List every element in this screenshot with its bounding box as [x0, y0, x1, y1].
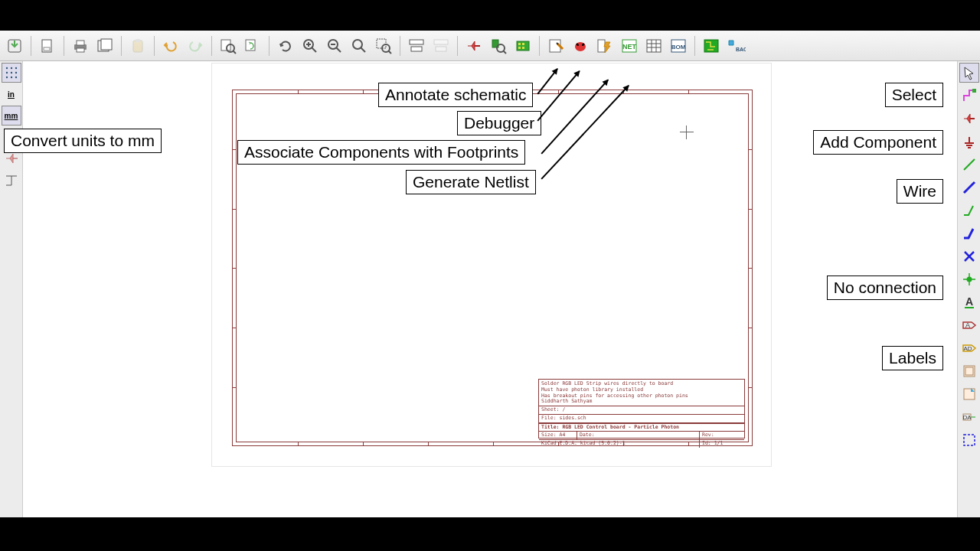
- svg-line-15: [312, 47, 316, 52]
- bom-icon[interactable]: BOM: [667, 34, 690, 57]
- refresh-icon[interactable]: [274, 34, 297, 57]
- svg-text:A: A: [965, 321, 969, 329]
- callout-annotate: Annotate schematic: [378, 83, 533, 107]
- callout-labels: Labels: [882, 346, 943, 370]
- cursor-crosshair: [680, 126, 694, 139]
- svg-point-58: [10, 67, 11, 69]
- symbol-editor-icon[interactable]: [462, 34, 485, 57]
- svg-point-63: [5, 77, 7, 78]
- print-icon[interactable]: [69, 34, 92, 57]
- dashed-line-icon[interactable]: [959, 430, 979, 450]
- callout-netlist: Generate Netlist: [406, 170, 536, 194]
- erc-icon[interactable]: [569, 34, 592, 57]
- zoom-out-icon[interactable]: [323, 34, 346, 57]
- svg-text:DA: DA: [962, 414, 972, 421]
- callout-no-connection: No connection: [827, 276, 943, 300]
- svg-rect-45: [598, 40, 605, 52]
- bus-to-bus-icon[interactable]: [959, 223, 979, 243]
- tb-sheet: Sheet: /: [541, 407, 565, 413]
- import-hier-icon[interactable]: [959, 384, 979, 404]
- annotate-icon[interactable]: [544, 34, 567, 57]
- pcb-icon[interactable]: [700, 34, 723, 57]
- footprint-editor-icon[interactable]: [511, 34, 534, 57]
- svg-text:BOM: BOM: [671, 44, 686, 51]
- hier-sheet-icon[interactable]: [959, 361, 979, 381]
- junction-icon[interactable]: [959, 269, 979, 289]
- symbol-fields-icon[interactable]: [642, 34, 665, 57]
- tb-kicad: KiCad E.D.A. kicad (5.0.2)-1: [539, 440, 700, 448]
- netlist-icon[interactable]: NET: [618, 34, 641, 57]
- back-import-icon[interactable]: BACK: [724, 34, 747, 57]
- svg-line-78: [964, 159, 975, 170]
- replace-icon[interactable]: [241, 34, 264, 57]
- units-inch-button[interactable]: in: [2, 84, 21, 104]
- assign-footprints-icon[interactable]: [593, 34, 616, 57]
- callout-wire: Wire: [897, 179, 943, 204]
- svg-rect-7: [101, 39, 112, 50]
- select-tool-icon[interactable]: [959, 63, 979, 83]
- plot-icon[interactable]: [93, 34, 116, 57]
- highlight-net-icon[interactable]: [959, 86, 979, 106]
- svg-point-62: [15, 72, 16, 73]
- tb-date: Date:: [577, 432, 700, 439]
- svg-line-79: [964, 182, 975, 193]
- undo-icon[interactable]: [159, 34, 182, 57]
- tb-note4: Siddharth Sathyam: [541, 399, 742, 405]
- callout-select: Select: [885, 83, 943, 107]
- zoom-selection-icon[interactable]: [372, 34, 395, 57]
- zoom-fit-icon[interactable]: [348, 34, 371, 57]
- svg-rect-72: [972, 89, 976, 93]
- svg-point-84: [966, 277, 972, 282]
- global-label-icon[interactable]: A: [959, 315, 979, 335]
- hier-label-icon[interactable]: AD: [959, 338, 979, 358]
- paste-icon[interactable]: [126, 34, 149, 57]
- save-icon[interactable]: [3, 34, 26, 57]
- add-component-icon[interactable]: [959, 109, 979, 129]
- svg-rect-5: [77, 48, 84, 52]
- svg-rect-37: [518, 47, 521, 49]
- page-settings-icon[interactable]: [36, 34, 59, 57]
- svg-point-59: [15, 67, 16, 69]
- redo-icon[interactable]: [184, 34, 207, 57]
- hier-pin-icon[interactable]: DA: [959, 407, 979, 427]
- svg-text:A: A: [965, 295, 972, 308]
- svg-line-12: [233, 51, 236, 54]
- svg-rect-48: [647, 40, 661, 52]
- hierarchy-icon[interactable]: [405, 34, 428, 57]
- find-icon[interactable]: [217, 34, 240, 57]
- svg-rect-35: [518, 43, 521, 45]
- add-power-icon[interactable]: [959, 132, 979, 152]
- svg-rect-23: [377, 39, 386, 48]
- tb-file: File: sides.sch: [541, 416, 586, 422]
- svg-rect-34: [517, 41, 529, 51]
- svg-rect-29: [436, 47, 446, 51]
- svg-rect-38: [522, 47, 524, 49]
- svg-text:BACK: BACK: [736, 47, 746, 52]
- grid-toggle-icon[interactable]: [2, 63, 21, 83]
- no-connect-icon[interactable]: [959, 246, 979, 266]
- units-mm-button[interactable]: mm: [2, 106, 21, 126]
- svg-point-64: [10, 77, 11, 78]
- callout-add-component: Add Component: [813, 130, 943, 155]
- tb-size: Size: A4: [539, 432, 577, 439]
- svg-point-60: [5, 72, 7, 73]
- browse-libs-icon[interactable]: [487, 34, 510, 57]
- wire-to-bus-icon[interactable]: [959, 201, 979, 220]
- title-block: Solder RGB LED Strip wires directly to b…: [538, 379, 745, 439]
- svg-rect-36: [522, 43, 524, 45]
- svg-rect-9: [136, 39, 140, 42]
- bus-tool-icon[interactable]: [959, 178, 979, 197]
- callout-convert-mm: Convert units to mm: [4, 129, 162, 153]
- svg-point-65: [15, 77, 16, 78]
- zoom-in-icon[interactable]: [299, 34, 322, 57]
- wire-tool-icon[interactable]: [959, 155, 979, 174]
- tb-title: Title: RGB LED Control board - Particle …: [539, 423, 744, 432]
- net-label-icon[interactable]: A: [959, 292, 979, 312]
- main-toolbar: NET BOM BACK: [0, 31, 980, 61]
- tb-id: Id: 1/1: [700, 440, 725, 448]
- svg-line-33: [503, 51, 506, 54]
- leave-sheet-icon[interactable]: [430, 34, 452, 57]
- svg-point-44: [582, 44, 583, 46]
- bus-direction-icon[interactable]: [2, 170, 21, 190]
- svg-point-43: [577, 44, 579, 46]
